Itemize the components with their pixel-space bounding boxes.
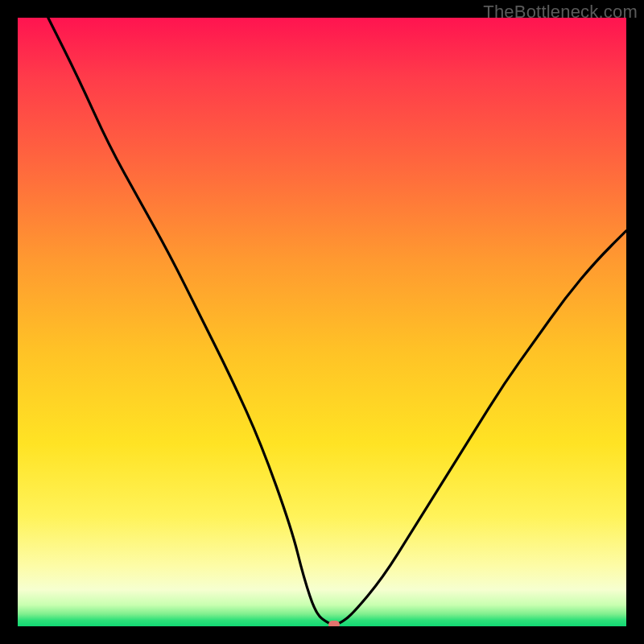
watermark-text: TheBottleneck.com [483, 2, 638, 23]
curve-layer [18, 18, 626, 626]
bottleneck-curve-path [48, 18, 626, 624]
plot-area [18, 18, 626, 626]
min-marker [328, 621, 340, 626]
chart-frame: TheBottleneck.com [0, 0, 644, 644]
